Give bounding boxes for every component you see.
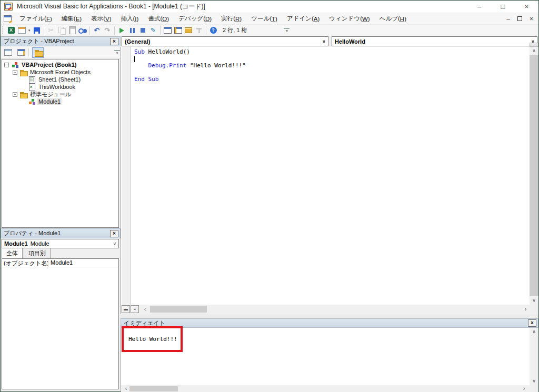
code-line[interactable]: Debug.Print "Hello World!!!" [134, 62, 528, 69]
undo-button[interactable] [92, 25, 102, 36]
help-menu[interactable]: ヘルプ(H) [375, 13, 411, 24]
view-object-button[interactable] [15, 47, 27, 58]
code-editor[interactable]: Sub HelloWorld() Debug.Print "Hello Worl… [121, 47, 538, 305]
toolbox-button[interactable] [194, 25, 204, 36]
project-toolbar-options-icon[interactable]: ▾ [114, 50, 120, 55]
copy-button[interactable] [56, 25, 67, 36]
property-name: (オブジェクト名) [2, 259, 48, 267]
window-menu[interactable]: ウィンドウ(W) [324, 13, 374, 24]
project-explorer-button[interactable] [162, 25, 173, 36]
view-excel-button[interactable] [6, 25, 16, 36]
property-value[interactable]: Module1 [48, 259, 118, 267]
scroll-left-icon[interactable]: ‹ [141, 305, 149, 314]
procedure-dropdown-value: HelloWorld [335, 38, 365, 45]
find-button[interactable] [77, 25, 88, 36]
tab-alphabetic[interactable]: 全体 [2, 248, 23, 259]
expand-toggle-icon[interactable]: − [13, 92, 17, 97]
expand-toggle-icon[interactable]: − [4, 63, 9, 67]
addins-menu[interactable]: アドイン(A) [282, 13, 324, 24]
panel-divider[interactable] [121, 314, 538, 318]
scroll-right-icon[interactable]: › [520, 385, 528, 392]
code-line[interactable] [134, 69, 528, 76]
window-title: Microsoft Visual Basic for Applications … [17, 2, 205, 11]
object-browser-button[interactable] [183, 25, 194, 36]
run-button[interactable] [116, 25, 127, 36]
tree-item-thisworkbook[interactable]: ThisWorkbook [2, 83, 118, 91]
code-text[interactable]: Sub HelloWorld() Debug.Print "Hello Worl… [134, 48, 528, 83]
code-line[interactable]: Sub HelloWorld() [134, 48, 528, 55]
code-line[interactable] [134, 55, 528, 62]
tree-item-modules-folder[interactable]: −標準モジュール [2, 91, 118, 98]
scroll-left-icon[interactable]: ‹ [122, 385, 130, 392]
dropdown-arrow-icon[interactable]: ▾ [27, 28, 32, 33]
object-selector[interactable]: Module1 Module ∨ [2, 239, 119, 248]
immediate-close-icon[interactable]: × [528, 319, 536, 327]
file-menu[interactable]: ファイル(F) [15, 13, 57, 24]
close-button[interactable]: × [515, 1, 538, 13]
insert-userform-button[interactable] [16, 25, 27, 36]
help-button[interactable] [208, 25, 218, 36]
break-button[interactable] [127, 25, 137, 36]
procedure-view-button[interactable]: ▬ [122, 305, 130, 313]
expand-toggle-icon[interactable]: − [13, 70, 17, 75]
scroll-down-icon[interactable]: ∨ [530, 377, 538, 385]
tab-categorized[interactable]: 項目別 [24, 248, 51, 258]
save-button[interactable] [32, 25, 42, 36]
tree-item-label: Microsoft Excel Objects [29, 69, 92, 75]
scroll-down-icon[interactable]: ∨ [530, 297, 538, 305]
cut-button[interactable] [46, 25, 56, 36]
scroll-thumb[interactable] [129, 386, 178, 391]
paste-button[interactable] [67, 25, 77, 36]
tree-item-excel-objects[interactable]: −Microsoft Excel Objects [2, 68, 118, 76]
scroll-thumb[interactable] [530, 55, 538, 296]
properties-close-icon[interactable]: × [110, 230, 118, 237]
scroll-thumb[interactable] [150, 306, 207, 313]
scroll-up-icon[interactable]: ∧ [530, 328, 538, 336]
view-menu[interactable]: 表示(V) [86, 13, 116, 24]
toolbar-separator [28, 48, 29, 56]
scroll-right-icon[interactable]: › [522, 305, 530, 314]
tree-item-sheet1[interactable]: Sheet1 (Sheet1) [2, 76, 118, 83]
folder-icon [19, 91, 27, 98]
mdi-minimize-button[interactable]: – [506, 15, 510, 23]
maximize-button[interactable]: □ [491, 1, 515, 13]
edit-menu[interactable]: 編集(E) [57, 13, 86, 24]
object-dropdown[interactable]: (General) ∨ [122, 36, 328, 46]
properties-window-button[interactable] [173, 25, 183, 36]
reset-button[interactable] [137, 25, 148, 36]
split-handle[interactable] [530, 43, 538, 47]
code-vertical-scrollbar[interactable]: ∧ ∨ [530, 47, 538, 305]
project-close-icon[interactable]: × [110, 38, 118, 45]
code-line[interactable]: End Sub [134, 76, 528, 83]
document-icon[interactable] [4, 15, 12, 22]
tools-menu[interactable]: ツール(T) [246, 13, 282, 24]
object-dropdown-value: (General) [125, 38, 150, 45]
mdi-restore-icon[interactable] [517, 16, 522, 21]
immediate-vertical-scrollbar[interactable]: ∧ ∨ [530, 328, 538, 385]
tree-item-vbaproject[interactable]: −VBAProject (Book1) [2, 61, 118, 68]
toggle-folders-button[interactable] [32, 47, 44, 58]
immediate-window[interactable]: Hello World!!! ∧ ∨ [121, 328, 538, 385]
mdi-close-button[interactable]: × [530, 15, 533, 23]
format-menu[interactable]: 書式(O) [143, 13, 174, 24]
properties-tabs: 全体 項目別 [2, 249, 119, 258]
scroll-up-icon[interactable]: ∧ [530, 47, 538, 55]
margin-indicator-bar[interactable] [122, 47, 131, 305]
minimize-button[interactable]: – [467, 1, 491, 13]
property-row[interactable]: (オブジェクト名) Module1 [2, 259, 118, 267]
tree-item-module1[interactable]: Module1 [2, 98, 118, 105]
toolbar-grip[interactable] [2, 26, 4, 35]
immediate-horizontal-scrollbar[interactable]: ‹ › [121, 385, 538, 392]
toolbar-options-icon[interactable]: ▾ [284, 28, 290, 33]
redo-button[interactable] [102, 25, 113, 36]
toolbar-separator [44, 26, 44, 35]
toolbar-separator [114, 26, 115, 35]
design-mode-button[interactable] [148, 25, 158, 36]
procedure-dropdown[interactable]: HelloWorld ∨ [332, 36, 537, 46]
debug-menu[interactable]: デバッグ(D) [174, 13, 216, 24]
view-code-button[interactable] [2, 47, 14, 58]
run-menu[interactable]: 実行(R) [216, 13, 246, 24]
full-module-view-button[interactable]: ≡ [131, 305, 139, 313]
project-panel-titlebar: プロジェクト - VBAProject × [1, 36, 121, 46]
insert-menu[interactable]: 挿入(I) [116, 13, 144, 24]
